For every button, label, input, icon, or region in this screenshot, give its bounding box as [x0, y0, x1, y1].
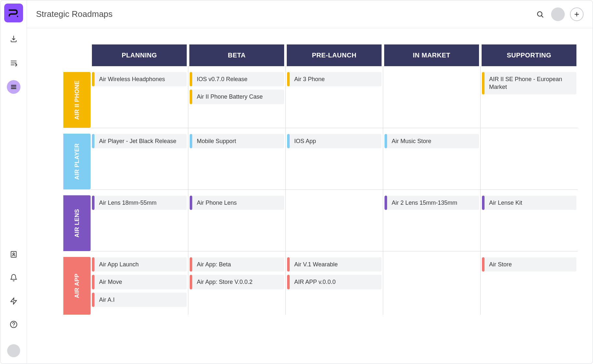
card-title: Air Phone Lens — [192, 196, 241, 210]
roadmap-card[interactable]: Air Player - Jet Black Release — [92, 134, 187, 148]
roadmap-card[interactable]: Air Lens 18mm-55mm — [92, 196, 187, 210]
lightning-icon[interactable] — [7, 294, 20, 308]
roadmap-card[interactable]: AIR II SE Phone - European Market — [482, 72, 576, 94]
cell-air2phone-inmarket[interactable] — [383, 66, 480, 128]
card-title: Air Music Store — [387, 134, 436, 148]
column-header-beta[interactable]: BETA — [189, 44, 284, 66]
card-title: AIR APP v.0.0.0 — [290, 275, 340, 289]
card-title: IOS v0.7.0 Release — [192, 72, 252, 86]
roadmap-card[interactable]: Air App Launch — [92, 257, 187, 272]
card-title: Air II Phone Battery Case — [192, 90, 267, 104]
roadmap-card[interactable]: Air Phone Lens — [190, 196, 284, 210]
board-scroll[interactable]: PLANNINGBETAPRE-LAUNCHIN MARKETSUPPORTIN… — [27, 28, 593, 364]
import-icon[interactable] — [7, 32, 20, 46]
cell-airplayer-supporting[interactable] — [480, 128, 578, 189]
cell-airlens-inmarket[interactable]: Air 2 Lens 15mm-135mm — [383, 189, 480, 251]
svg-marker-9 — [11, 298, 17, 304]
card-color-bar — [385, 134, 387, 148]
card-color-bar — [92, 293, 95, 307]
card-color-bar — [92, 134, 95, 148]
roadmap-card[interactable]: Air Move — [92, 275, 187, 289]
cell-airlens-prelaunch[interactable] — [285, 189, 383, 251]
roadmap-card[interactable]: Air 2 Lens 15mm-135mm — [385, 196, 479, 210]
cell-airplayer-planning[interactable]: Air Player - Jet Black Release — [91, 128, 188, 189]
roadmap-card[interactable]: Air App: Beta — [190, 257, 284, 272]
card-color-bar — [385, 196, 387, 210]
roadmap-card[interactable]: IOS App — [287, 134, 382, 148]
cell-airapp-supporting[interactable]: Air Store — [480, 251, 578, 315]
card-color-bar — [190, 257, 192, 272]
card-color-bar — [92, 72, 95, 86]
swimlane-label-airapp[interactable]: AIR APP — [63, 257, 91, 315]
roadmap-card[interactable]: IOS v0.7.0 Release — [190, 72, 284, 86]
search-button[interactable] — [534, 8, 546, 20]
card-color-bar — [482, 72, 485, 94]
svg-point-8 — [13, 253, 14, 255]
cell-airapp-beta[interactable]: Air App: BetaAir App: Store V.0.0.2 — [188, 251, 285, 315]
help-icon[interactable] — [7, 318, 20, 331]
cell-airplayer-inmarket[interactable]: Air Music Store — [383, 128, 480, 189]
card-title: Air Player - Jet Black Release — [95, 134, 181, 148]
cell-air2phone-beta[interactable]: IOS v0.7.0 ReleaseAir II Phone Battery C… — [188, 66, 285, 128]
card-title: Air Store — [485, 257, 516, 272]
cell-airlens-planning[interactable]: Air Lens 18mm-55mm — [91, 189, 188, 251]
roadmap-card[interactable]: Air Lense Kit — [482, 196, 576, 210]
column-header-prelaunch[interactable]: PRE-LAUNCH — [287, 44, 382, 66]
card-color-bar — [190, 196, 192, 210]
swimlane-view-icon[interactable] — [7, 80, 20, 94]
app-logo[interactable] — [4, 4, 23, 22]
roadmap-card[interactable]: AIR APP v.0.0.0 — [287, 275, 382, 289]
card-title: Mobile Support — [192, 134, 241, 148]
card-color-bar — [92, 257, 95, 272]
main-area: Strategic Roadmaps PLANNINGBETAPRE-LAUNC… — [27, 0, 593, 364]
page-title: Strategic Roadmaps — [36, 9, 113, 19]
contacts-icon[interactable] — [7, 248, 20, 261]
logo-icon — [8, 7, 19, 19]
column-header-inmarket[interactable]: IN MARKET — [384, 44, 479, 66]
cell-air2phone-prelaunch[interactable]: Air 3 Phone — [285, 66, 383, 128]
card-title: Air A.I — [95, 293, 119, 307]
cell-airplayer-beta[interactable]: Mobile Support — [188, 128, 285, 189]
topbar-actions — [534, 7, 584, 21]
search-icon — [536, 10, 544, 18]
user-avatar-sidebar[interactable] — [7, 344, 20, 357]
list-return-icon[interactable] — [7, 56, 20, 70]
card-title: Air App: Beta — [192, 257, 235, 272]
card-title: IOS App — [290, 134, 321, 148]
cell-airapp-prelaunch[interactable]: Air V.1 WearableAIR APP v.0.0.0 — [285, 251, 383, 315]
plus-icon — [574, 11, 580, 18]
swimlane-label-airplayer[interactable]: AIR PLAYER — [63, 134, 91, 189]
column-header-supporting[interactable]: SUPPORTING — [482, 44, 576, 66]
card-title: Air V.1 Wearable — [290, 257, 342, 272]
card-color-bar — [190, 275, 192, 289]
svg-point-0 — [17, 16, 18, 17]
card-title: Air App: Store V.0.0.2 — [192, 275, 257, 289]
cell-airapp-inmarket[interactable] — [383, 251, 480, 315]
roadmap-card[interactable]: Air V.1 Wearable — [287, 257, 382, 272]
roadmap-card[interactable]: Mobile Support — [190, 134, 284, 148]
roadmap-card[interactable]: Air Store — [482, 257, 576, 272]
cell-airlens-beta[interactable]: Air Phone Lens — [188, 189, 285, 251]
cell-airplayer-prelaunch[interactable]: IOS App — [285, 128, 383, 189]
cell-air2phone-supporting[interactable]: AIR II SE Phone - European Market — [480, 66, 578, 128]
roadmap-card[interactable]: Air II Phone Battery Case — [190, 90, 284, 104]
cell-airlens-supporting[interactable]: Air Lense Kit — [480, 189, 578, 251]
cell-air2phone-planning[interactable]: Air Wireless Headphones — [91, 66, 188, 128]
roadmap-card[interactable]: Air Music Store — [385, 134, 479, 148]
card-color-bar — [482, 196, 485, 210]
notifications-icon[interactable] — [7, 271, 20, 285]
user-avatar-top[interactable] — [551, 7, 565, 21]
swimlane-label-air2phone[interactable]: AIR II PHONE — [63, 72, 91, 128]
card-color-bar — [190, 72, 192, 86]
card-title: Air Move — [95, 275, 127, 289]
roadmap-card[interactable]: Air 3 Phone — [287, 72, 382, 86]
roadmap-card[interactable]: Air App: Store V.0.0.2 — [190, 275, 284, 289]
card-color-bar — [287, 72, 290, 86]
roadmap-card[interactable]: Air Wireless Headphones — [92, 72, 187, 86]
card-title: Air 3 Phone — [290, 72, 329, 86]
roadmap-card[interactable]: Air A.I — [92, 293, 187, 307]
cell-airapp-planning[interactable]: Air App LaunchAir MoveAir A.I — [91, 251, 188, 315]
column-header-planning[interactable]: PLANNING — [92, 44, 187, 66]
swimlane-label-airlens[interactable]: AIR LENS — [63, 195, 91, 251]
add-button[interactable] — [570, 7, 584, 21]
